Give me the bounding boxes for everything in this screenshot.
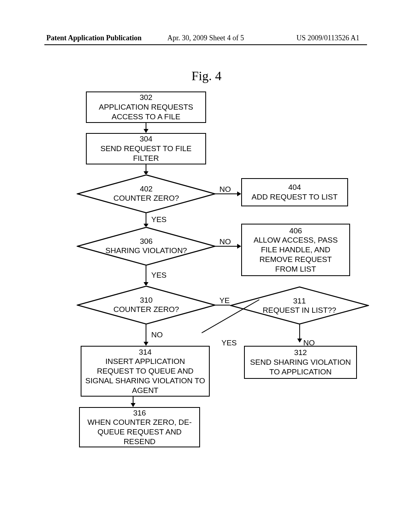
process-304: 304 SEND REQUEST TO FILE FILTER: [86, 133, 206, 164]
process-404: 404 ADD REQUEST TO LIST: [241, 178, 348, 206]
connector: [146, 265, 146, 284]
node-number: 310: [140, 296, 153, 304]
connector: [215, 193, 239, 194]
node-text: INSERT APPLICATION REQUEST TO QUEUE AND …: [85, 357, 205, 395]
node-text: WHEN COUNTER ZERO, DE- QUEUE REQUEST AND…: [88, 418, 192, 446]
header-publication: Patent Application Publication: [46, 34, 142, 42]
node-text: SEND REQUEST TO FILE FILTER: [100, 144, 192, 163]
arrow-icon: [131, 403, 136, 407]
arrow-icon: [144, 129, 148, 133]
process-316: 316 WHEN COUNTER ZERO, DE- QUEUE REQUEST…: [79, 407, 200, 447]
node-text: APPLICATION REQUESTS ACCESS TO A FILE: [99, 102, 193, 122]
connector: [146, 213, 146, 225]
edge-label-yes: YES: [151, 215, 167, 224]
edge-label-no: NO: [219, 185, 231, 194]
process-406: 406 ALLOW ACCESS, PASS FILE HANDLE, AND …: [241, 224, 350, 276]
node-number: 316: [133, 408, 146, 418]
node-text: SEND SHARING VIOLATION TO APPLICATION: [250, 357, 351, 377]
node-text: ALLOW ACCESS, PASS FILE HANDLE, AND REMO…: [254, 235, 338, 274]
connector: [215, 246, 239, 247]
figure-title: Fig. 4: [0, 69, 413, 83]
connector: [146, 324, 146, 344]
node-number: 312: [294, 348, 307, 357]
process-302: 302 APPLICATION REQUESTS ACCESS TO A FIL…: [86, 91, 206, 123]
arrow-icon: [297, 339, 302, 343]
node-number: 306: [140, 237, 153, 245]
process-312: 312 SEND SHARING VIOLATION TO APPLICATIO…: [244, 346, 357, 379]
header-divider: [44, 44, 367, 45]
process-314: 314 INSERT APPLICATION REQUEST TO QUEUE …: [81, 346, 210, 397]
edge-label-yes: YES: [221, 339, 237, 347]
node-number: 406: [289, 226, 302, 236]
node-text: SHARING VIOLATION?: [105, 246, 187, 255]
node-number: 404: [288, 183, 301, 192]
node-number: 402: [140, 185, 153, 193]
edge-label-no: NO: [151, 330, 163, 339]
arrow-icon: [237, 244, 241, 249]
header-date-sheet: Apr. 30, 2009 Sheet 4 of 5: [167, 34, 244, 42]
node-text: COUNTER ZERO?: [113, 194, 179, 202]
node-number: 304: [140, 134, 152, 144]
node-number: 302: [140, 93, 152, 102]
decision-306: 306 SHARING VIOLATION?: [77, 227, 216, 266]
header-patent-number: US 2009/0113526 A1: [296, 34, 359, 42]
node-text: COUNTER ZERO?: [113, 305, 179, 314]
connector: [299, 324, 300, 340]
arrow-icon: [237, 191, 241, 196]
decision-311: 311 REQUEST IN LIST??: [230, 286, 369, 325]
arrow-icon: [144, 342, 148, 346]
node-text: ADD REQUEST TO LIST: [252, 192, 338, 202]
decision-310: 310 COUNTER ZERO?: [77, 285, 216, 325]
node-number: 314: [139, 347, 152, 357]
decision-402: 402 COUNTER ZERO?: [77, 174, 216, 214]
edge-label-no: NO: [219, 237, 231, 246]
node-text: REQUEST IN LIST??: [263, 306, 336, 314]
node-number: 311: [293, 297, 306, 305]
edge-label-yes: YES: [151, 271, 167, 280]
